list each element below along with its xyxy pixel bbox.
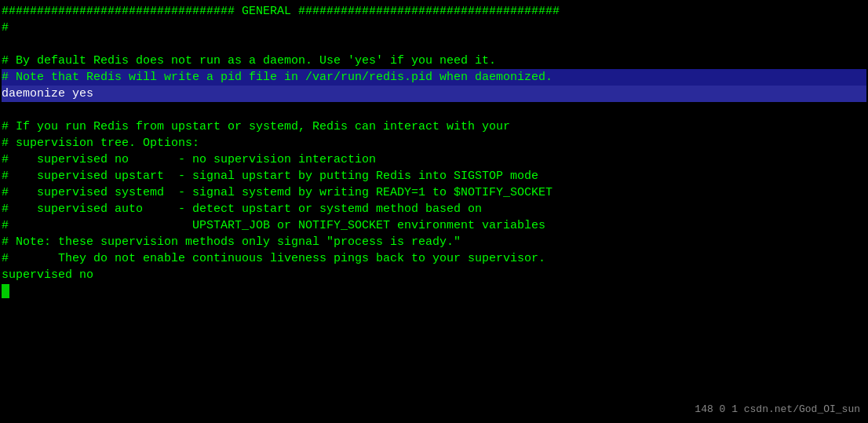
watermark-coords: 148 0 1 bbox=[695, 403, 738, 415]
line-3 bbox=[2, 36, 866, 53]
cursor-block bbox=[2, 284, 9, 298]
line-12: # supervised systemd - signal systemd by… bbox=[2, 184, 866, 201]
watermark: 148 0 1 csdn.net/God_OI_sun bbox=[695, 403, 860, 417]
line-2: # bbox=[2, 20, 866, 36]
line-17: supervised no bbox=[2, 267, 866, 283]
line-14: # UPSTART_JOB or NOTIFY_SOCKET environme… bbox=[2, 217, 866, 234]
line-16: # They do not enable continuous liveness… bbox=[2, 250, 866, 267]
line-4: # By default Redis does not run as a dae… bbox=[2, 53, 866, 69]
line-1: ################################# GENERA… bbox=[2, 3, 866, 20]
line-6: daemonize yes bbox=[2, 86, 866, 102]
watermark-url: csdn.net/God_OI_sun bbox=[744, 403, 860, 415]
line-15: # Note: these supervision methods only s… bbox=[2, 234, 866, 250]
line-13: # supervised auto - detect upstart or sy… bbox=[2, 201, 866, 217]
line-11: # supervised upstart - signal upstart by… bbox=[2, 168, 866, 184]
line-8: # If you run Redis from upstart or syste… bbox=[2, 119, 866, 135]
line-9: # supervision tree. Options: bbox=[2, 135, 866, 151]
line-5: # Note that Redis will write a pid file … bbox=[2, 69, 866, 86]
terminal-window: ################################# GENERA… bbox=[0, 0, 868, 423]
line-cursor bbox=[2, 283, 866, 300]
line-7 bbox=[2, 102, 866, 119]
line-10: # supervised no - no supervision interac… bbox=[2, 151, 866, 168]
